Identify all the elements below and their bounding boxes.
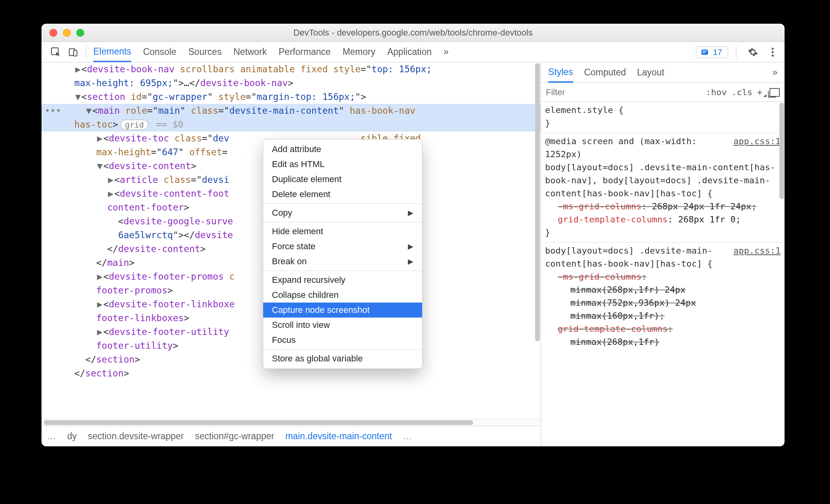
settings-icon[interactable]: [746, 45, 760, 59]
panel-tabs: Elements Console Sources Network Perform…: [93, 42, 449, 62]
toolbar-right: 17: [696, 45, 780, 59]
breadcrumb: … dy section.devsite-wrapper section#gc-…: [42, 426, 541, 446]
css-property-overridden[interactable]: -ms-grid-columns: 268px 24px 1fr 24px;: [545, 200, 781, 213]
main-toolbar: Elements Console Sources Network Perform…: [42, 42, 785, 62]
menu-separator: [263, 349, 422, 350]
menu-item-store-as-global-variable[interactable]: Store as global variable: [263, 351, 422, 366]
menu-item-focus[interactable]: Focus: [263, 333, 422, 348]
svg-point-7: [772, 51, 773, 53]
breadcrumb-overflow-right[interactable]: …: [403, 431, 412, 442]
menu-item-edit-as-html[interactable]: Edit as HTML: [263, 157, 422, 172]
elements-vertical-scrollbar[interactable]: [534, 62, 541, 419]
tab-network[interactable]: Network: [234, 42, 267, 62]
issues-count: 17: [713, 47, 722, 57]
zoom-window-button[interactable]: [76, 29, 84, 37]
source-link[interactable]: app.css:1: [734, 135, 781, 148]
breadcrumb-item[interactable]: section#gc-wrapper: [195, 431, 274, 442]
css-property-overridden[interactable]: grid-template-columns:: [545, 322, 781, 335]
css-property[interactable]: grid-template-columns: 268px 1fr 0;: [545, 213, 781, 226]
inspect-element-icon[interactable]: [49, 45, 63, 59]
tab-styles[interactable]: Styles: [548, 62, 573, 83]
tab-sources[interactable]: Sources: [188, 42, 221, 62]
breadcrumb-item[interactable]: section.devsite-wrapper: [88, 431, 184, 442]
device-toolbar-icon[interactable]: [66, 45, 80, 59]
menu-item-capture-node-screenshot[interactable]: Capture node screenshot: [263, 303, 422, 318]
tab-console[interactable]: Console: [143, 42, 176, 62]
menu-item-expand-recursively[interactable]: Expand recursively: [263, 273, 422, 288]
window-controls: [49, 29, 84, 37]
cls-toggle[interactable]: .cls: [732, 87, 753, 97]
tab-memory[interactable]: Memory: [343, 42, 375, 62]
menu-item-force-state[interactable]: Force state▶: [263, 239, 422, 254]
rule-element-style[interactable]: element.style { }: [541, 102, 785, 133]
rule-media-query[interactable]: app.css:1@media screen and (max-width: 1…: [541, 133, 785, 243]
menu-separator: [263, 203, 422, 204]
box-model-icon[interactable]: [770, 88, 780, 97]
menu-separator: [263, 271, 422, 271]
css-property-overridden[interactable]: -ms-grid-columns:: [545, 270, 781, 283]
breadcrumb-item[interactable]: dy: [67, 431, 77, 442]
tab-elements[interactable]: Elements: [93, 42, 131, 62]
grid-badge[interactable]: grid: [121, 120, 148, 130]
svg-rect-2: [74, 50, 77, 56]
styles-filter-input[interactable]: [546, 87, 701, 98]
menu-item-scroll-into-view[interactable]: Scroll into view: [263, 318, 422, 333]
style-rules[interactable]: element.style { } app.css:1@media screen…: [541, 102, 785, 446]
sidebar-tabs: Styles Computed Layout »: [541, 62, 785, 83]
styles-sidebar: Styles Computed Layout » :hov .cls +◢ el…: [541, 62, 785, 446]
hov-toggle[interactable]: :hov: [706, 87, 727, 97]
issues-badge[interactable]: 17: [696, 46, 728, 58]
titlebar: DevTools - developers.google.com/web/too…: [42, 24, 785, 42]
menu-item-hide-element[interactable]: Hide element: [263, 224, 422, 239]
menu-item-collapse-children[interactable]: Collapse children: [263, 288, 422, 303]
menu-separator: [263, 222, 422, 222]
window-title: DevTools - developers.google.com/web/too…: [42, 28, 785, 38]
svg-rect-4: [702, 51, 707, 51]
svg-point-6: [772, 47, 773, 49]
menu-item-delete-element[interactable]: Delete element: [263, 187, 422, 202]
tabs-overflow-icon[interactable]: »: [443, 42, 449, 62]
menu-item-break-on[interactable]: Break on▶: [263, 254, 422, 269]
context-menu: Add attribute Edit as HTML Duplicate ele…: [263, 139, 423, 369]
svg-rect-5: [702, 52, 705, 53]
rule-block[interactable]: app.css:1body[layout=docs] .devsite-main…: [541, 243, 785, 352]
menu-item-copy[interactable]: Copy▶: [263, 205, 422, 220]
menu-item-add-attribute[interactable]: Add attribute: [263, 142, 422, 157]
tab-performance[interactable]: Performance: [279, 42, 331, 62]
more-options-icon[interactable]: [766, 45, 780, 59]
tab-layout[interactable]: Layout: [637, 62, 664, 83]
elements-horizontal-scrollbar[interactable]: [42, 419, 541, 426]
svg-point-8: [772, 55, 773, 56]
breadcrumb-item-active[interactable]: main.devsite-main-content: [285, 431, 392, 442]
close-window-button[interactable]: [49, 29, 57, 37]
styles-filter-bar: :hov .cls +◢: [541, 83, 785, 102]
devtools-window: DevTools - developers.google.com/web/too…: [42, 24, 785, 446]
tab-computed[interactable]: Computed: [584, 62, 626, 83]
styles-vertical-scrollbar[interactable]: [779, 102, 785, 446]
toolbar-separator: [736, 45, 736, 59]
minimize-window-button[interactable]: [63, 29, 71, 37]
toolbar-separator: [86, 45, 86, 59]
selected-node[interactable]: ••• ▼<main role="main" class="devsite-ma…: [42, 104, 541, 118]
tab-application[interactable]: Application: [387, 42, 432, 62]
breadcrumb-overflow-left[interactable]: …: [47, 431, 56, 442]
source-link[interactable]: app.css:1: [734, 244, 781, 257]
sidebar-tabs-overflow-icon[interactable]: »: [772, 62, 777, 83]
menu-item-duplicate-element[interactable]: Duplicate element: [263, 172, 422, 187]
new-style-rule-button[interactable]: +◢: [757, 87, 765, 97]
